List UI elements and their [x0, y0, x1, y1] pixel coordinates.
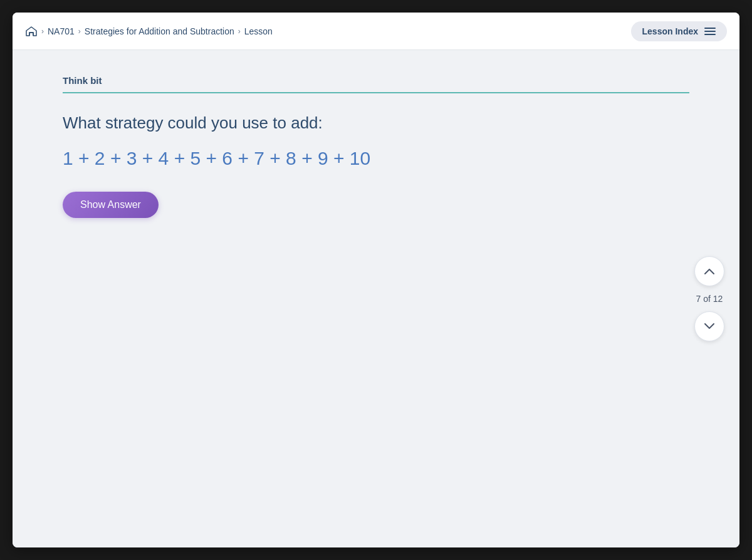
- page-indicator: 7 of 12: [696, 294, 723, 304]
- main-content: Think bit What strategy could you use to…: [13, 50, 739, 547]
- show-answer-button[interactable]: Show Answer: [63, 192, 159, 218]
- breadcrumb: › NA701 › Strategies for Addition and Su…: [25, 25, 273, 38]
- hamburger-line-3: [704, 34, 716, 35]
- lesson-index-label: Lesson Index: [642, 26, 698, 36]
- app-window: › NA701 › Strategies for Addition and Su…: [13, 13, 739, 547]
- separator-1: ›: [41, 27, 44, 36]
- hamburger-line-1: [704, 28, 716, 29]
- separator-2: ›: [78, 27, 81, 36]
- separator-3: ›: [238, 27, 241, 36]
- math-expression: 1 + 2 + 3 + 4 + 5 + 6 + 7 + 8 + 9 + 10: [63, 148, 689, 169]
- home-icon[interactable]: [25, 25, 38, 38]
- hamburger-icon: [704, 28, 716, 35]
- breadcrumb-strategies[interactable]: Strategies for Addition and Subtraction: [85, 26, 234, 36]
- section-label: Think bit: [63, 75, 689, 93]
- breadcrumb-lesson[interactable]: Lesson: [244, 26, 273, 36]
- navbar: › NA701 › Strategies for Addition and Su…: [13, 13, 739, 50]
- nav-arrows: 7 of 12: [694, 256, 724, 341]
- nav-up-button[interactable]: [694, 256, 724, 286]
- nav-down-button[interactable]: [694, 311, 724, 341]
- breadcrumb-na701[interactable]: NA701: [48, 26, 75, 36]
- hamburger-line-2: [704, 31, 716, 32]
- lesson-index-button[interactable]: Lesson Index: [631, 21, 727, 41]
- navbar-right: Lesson Index: [631, 21, 727, 41]
- question-text: What strategy could you use to add:: [63, 113, 689, 133]
